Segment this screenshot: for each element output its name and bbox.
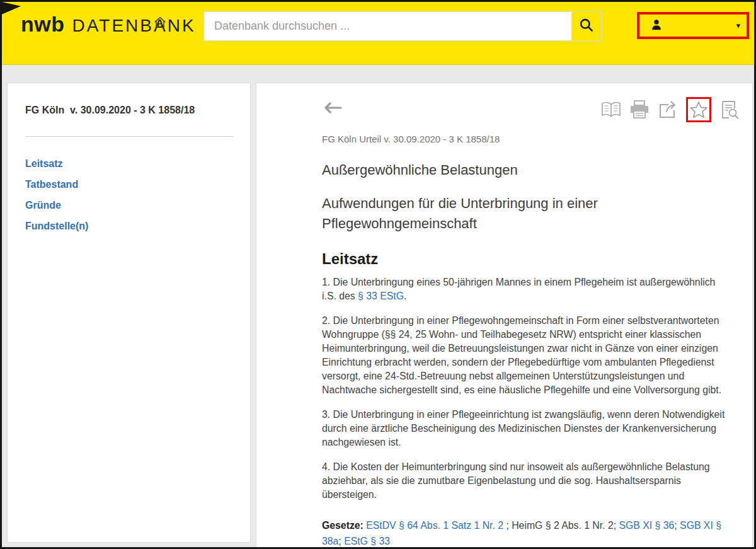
document-content-panel: FG Köln Urteil v. 30.09.2020 - 3 K 1858/… [256,83,753,549]
app-window: nwb DATENBANK [0,0,756,549]
document-title-2: Aufwendungen für die Unterbringung in ei… [322,194,650,234]
section-heading-leitsatz: Leitsatz [322,250,728,268]
statute-link[interactable]: EStDV § 64 Abs. 1 Satz 1 Nr. 2 [366,520,503,531]
nwb-logo[interactable]: nwb DATENBANK [21,12,196,37]
statutes-text: ; HeimG § 2 Abs. 1 Nr. 2; [503,520,619,531]
document-title-1: Außergewöhnliche Belastungen [322,160,728,180]
book-icon[interactable] [601,100,621,120]
document-search-icon[interactable] [719,100,740,120]
bookmark-annotation-box [686,97,711,122]
sidebar-item-fundstellen[interactable]: Fundstelle(n) [25,221,234,232]
logo-text-rest: DATENBANK [72,16,195,36]
case-title: FG Köln v. 30.09.2020 - 3 K 1858/18 [25,105,234,116]
statute-link[interactable]: EStG § 33 [344,536,390,546]
document-body: FG Köln Urteil v. 30.09.2020 - 3 K 1858/… [322,134,728,549]
search-icon [578,17,595,35]
logo-text-bold: nwb [21,12,64,37]
document-reference: FG Köln Urteil v. 30.09.2020 - 3 K 1858/… [322,134,728,144]
chevron-down-icon: ▾ [736,21,740,30]
statutes-text: ; [338,536,344,546]
user-icon [650,18,663,34]
user-account-dropdown[interactable]: ▾ [637,12,749,39]
top-header: nwb DATENBANK [2,2,754,65]
sidebar-divider [25,136,234,137]
statutes-label: Gesetze: [322,520,364,531]
statutes-text: ; [674,520,680,531]
corner-flag-decoration [2,2,21,17]
leitsatz-paragraph-2: 2. Die Unterbringung in einer Pflegewohn… [322,314,728,397]
leitsatz-paragraph-4: 4. Die Kosten der Heimunterbringung sind… [322,460,728,502]
search-bar [203,11,602,41]
sidebar-item-leitsatz[interactable]: Leitsatz [25,158,234,170]
document-toolbar [601,97,740,122]
leitsatz-paragraph-1: 1. Die Unterbringung eines 50-jährigen M… [322,275,728,303]
paragraph-text: . [404,291,406,301]
sidebar-item-gruende[interactable]: Gründe [25,200,234,211]
search-button[interactable] [571,12,601,40]
statute-link-estg-33[interactable]: § 33 EStG [358,291,404,301]
home-icon[interactable] [153,16,167,32]
star-icon[interactable] [689,100,709,120]
statute-link[interactable]: SGB XI § 36 [619,520,675,531]
back-arrow-icon[interactable] [322,101,343,117]
statutes-line: Gesetze: EStDV § 64 Abs. 1 Satz 1 Nr. 2 … [322,517,728,549]
share-icon[interactable] [658,100,678,120]
printer-icon[interactable] [629,100,650,120]
leitsatz-paragraph-3: 3. Die Unterbringung in einer Pflegeeinr… [322,408,728,449]
sidebar-item-tatbestand[interactable]: Tatbestand [25,179,234,190]
document-outline-sidebar: FG Köln v. 30.09.2020 - 3 K 1858/18 Leit… [7,83,251,543]
search-input[interactable] [204,12,571,40]
